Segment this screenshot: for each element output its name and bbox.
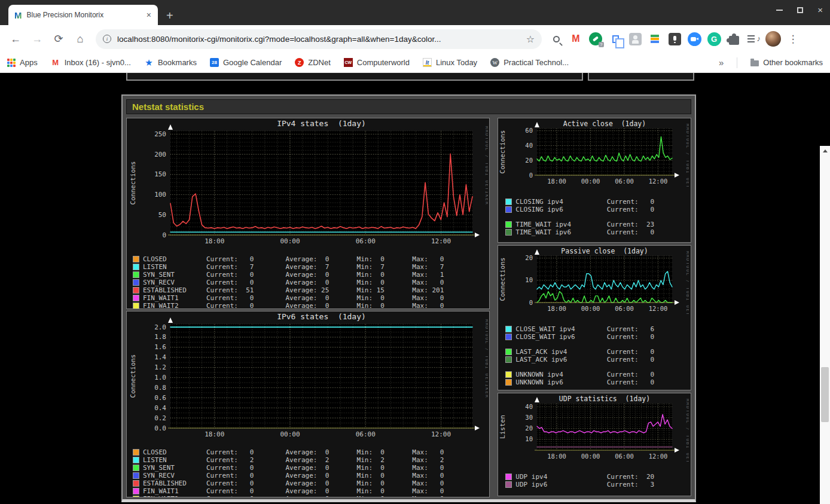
home-button[interactable]: ⌂ xyxy=(71,29,90,48)
svg-text:00:00: 00:00 xyxy=(581,178,600,185)
playlist-icon[interactable] xyxy=(745,30,762,47)
forward-button[interactable]: → xyxy=(28,29,47,48)
section-title: Netstat statistics xyxy=(126,99,691,114)
ipv6-states-legend: CLOSED Current: 0 Average: 0 Min: 0 Max:… xyxy=(127,442,489,497)
svg-text:150: 150 xyxy=(154,170,166,178)
reload-button[interactable]: ⟳ xyxy=(49,29,68,48)
bookmark-item-google-calendar[interactable]: 28Google Calendar xyxy=(210,58,282,67)
svg-text:20: 20 xyxy=(526,424,533,432)
bookmark-item-zdnet[interactable]: ZZDNet xyxy=(295,58,331,67)
svg-text:18:00: 18:00 xyxy=(205,237,224,245)
svg-text:IPv4 states (1day): IPv4 states (1day) xyxy=(277,119,366,128)
svg-text:2.0: 2.0 xyxy=(154,323,166,331)
legend-swatch-icon xyxy=(506,230,511,235)
ipv6-states-plot: 18:0000:0006:0012:000.00.20.40.60.81.01.… xyxy=(127,312,488,440)
legend-swatch-icon xyxy=(506,349,511,355)
zdnet-icon: Z xyxy=(295,58,304,67)
svg-text:100: 100 xyxy=(154,191,166,198)
voice-icon[interactable] xyxy=(587,30,604,47)
legend-row: UDP ipv4 Current: 20 xyxy=(506,473,690,481)
legend-row: CLOSE_WAIT ipv6 Current: 0 xyxy=(506,333,690,341)
extensions-puzzle-icon[interactable] xyxy=(725,30,742,47)
legend-row: LISTEN Current: 2 Average: 2 Min: 2 Max:… xyxy=(133,456,489,464)
legend-swatch-icon xyxy=(506,482,511,487)
other-bookmarks-button[interactable]: Other bookmarks xyxy=(750,58,823,67)
scrollbar-thumb[interactable] xyxy=(821,367,829,422)
previous-section-panel-edge xyxy=(126,73,583,81)
svg-text:Connections: Connections xyxy=(499,130,506,174)
bookmarks-overflow-chevron[interactable]: » xyxy=(719,57,724,68)
gmail-icon: M xyxy=(51,58,60,68)
svg-text:0.6: 0.6 xyxy=(154,394,166,402)
active-close-plot: 18:0000:0006:0012:000204060Active close … xyxy=(499,119,689,187)
new-tab-button[interactable]: + xyxy=(166,10,173,22)
window-maximize-button[interactable] xyxy=(797,7,803,13)
svg-text:1.8: 1.8 xyxy=(154,333,166,341)
legend-swatch-icon xyxy=(506,334,511,340)
svg-text:IPv6 states (1day): IPv6 states (1day) xyxy=(277,312,366,321)
zoom-meeting-icon[interactable] xyxy=(686,30,703,47)
chart-panel-udp-statistics[interactable]: 18:0000:0006:0012:0010203040UDP statisti… xyxy=(498,393,691,496)
computerworld-icon: CW xyxy=(344,58,353,67)
address-bar[interactable]: i localhost:8080/monitorix-cgi/monitorix… xyxy=(96,29,542,49)
legend-swatch-icon xyxy=(133,473,139,478)
reader-icon[interactable] xyxy=(666,30,683,47)
bookmark-item-apps[interactable]: Apps xyxy=(7,58,38,67)
window-minimize-button[interactable] xyxy=(776,10,783,11)
svg-text:06:00: 06:00 xyxy=(615,178,634,185)
bookmark-item-linux-today[interactable]: ltLinux Today xyxy=(423,58,477,67)
legend-row: FIN_WAIT2 Current: 0 Average: 0 Min: 0 M… xyxy=(133,302,489,309)
wordpress-icon: W xyxy=(490,58,499,67)
menu-kebab-icon[interactable]: ⋮ xyxy=(785,30,801,47)
legend-row: LAST_ACK ipv4 Current: 0 xyxy=(506,348,690,356)
legend-row: FIN_WAIT1 Current: 0 Average: 0 Min: 0 M… xyxy=(133,487,489,495)
legend-swatch-icon xyxy=(506,207,511,212)
bookmark-star-icon[interactable]: ☆ xyxy=(526,33,535,45)
legend-row: FIN_WAIT1 Current: 0 Average: 0 Min: 0 M… xyxy=(133,294,489,302)
gmail-icon[interactable]: M xyxy=(567,30,584,47)
svg-text:0.8: 0.8 xyxy=(154,384,166,392)
bookmark-item-practical-technol[interactable]: WPractical Technol... xyxy=(490,58,569,67)
legend-row: FIN_WAIT2 Current: 0 Average: 0 Min: 0 M… xyxy=(133,495,489,497)
tab-close-icon[interactable]: × xyxy=(145,10,153,20)
page-info-icon[interactable]: i xyxy=(103,35,111,43)
page-viewport: Netstat statistics 18:0000:0006:0012:000… xyxy=(0,73,830,504)
copy-docs-icon[interactable] xyxy=(607,30,624,47)
chart-panel-ipv4-states[interactable]: 18:0000:0006:0012:00050100150200250IPv4 … xyxy=(126,118,490,309)
bookmark-item-bookmarks[interactable]: ★Bookmarks xyxy=(144,58,197,68)
legend-row: SYN_RECV Current: 0 Average: 0 Min: 0 Ma… xyxy=(133,472,489,479)
chart-panel-active-close[interactable]: 18:0000:0006:0012:000204060Active close … xyxy=(498,118,691,243)
vertical-scrollbar[interactable] xyxy=(820,146,830,504)
svg-text:1.0: 1.0 xyxy=(154,374,166,381)
session-icon[interactable] xyxy=(627,30,643,47)
udp-statistics-legend: UDP ipv4 Current: 20UDP ipv6 Current: 3 xyxy=(499,465,690,488)
svg-text:00:00: 00:00 xyxy=(581,305,600,312)
svg-text:RRDTOOL / TOBI OETIKER: RRDTOOL / TOBI OETIKER xyxy=(484,319,488,398)
back-button[interactable]: ← xyxy=(6,29,25,48)
profile-avatar-icon[interactable] xyxy=(765,30,782,47)
scrollbar-up-arrow[interactable] xyxy=(820,146,830,155)
grammarly-icon[interactable]: G xyxy=(706,30,722,47)
legend-row: SYN_SENT Current: 0 Average: 0 Min: 0 Ma… xyxy=(133,271,489,279)
legend-swatch-icon xyxy=(133,295,139,301)
bookmark-item-computerworld[interactable]: CWComputerworld xyxy=(344,58,410,67)
search-icon[interactable] xyxy=(548,30,564,47)
svg-text:10: 10 xyxy=(526,435,533,442)
right-graph-column: 18:0000:0006:0012:000204060Active close … xyxy=(498,118,691,497)
svg-text:250: 250 xyxy=(154,130,166,138)
browser-tab[interactable]: M Blue Precision Monitorix × xyxy=(8,5,158,25)
svg-text:18:00: 18:00 xyxy=(548,453,567,460)
chart-panel-passive-close[interactable]: 18:0000:0006:0012:0001020Passive close (… xyxy=(498,245,691,390)
svg-text:0: 0 xyxy=(162,231,166,239)
browser-toolbar: ← → ⟳ ⌂ i localhost:8080/monitorix-cgi/m… xyxy=(0,25,830,53)
svg-text:RRDTOOL / TOBI OETIKER: RRDTOOL / TOBI OETIKER xyxy=(685,251,689,314)
books-icon[interactable] xyxy=(646,30,663,47)
svg-text:0.0: 0.0 xyxy=(154,424,166,432)
svg-text:20: 20 xyxy=(526,157,533,164)
chart-panel-ipv6-states[interactable]: 18:0000:0006:0012:000.00.20.40.60.81.01.… xyxy=(126,311,490,497)
bookmark-item-inbox-16-sjvn0[interactable]: MInbox (16) - sjvn0... xyxy=(51,58,131,68)
window-close-button[interactable]: × xyxy=(817,7,823,13)
legend-row: CLOSED Current: 0 Average: 0 Min: 0 Max:… xyxy=(133,255,489,263)
url-text[interactable]: localhost:8080/monitorix-cgi/monitorix.c… xyxy=(117,35,526,44)
passive-close-legend: CLOSE_WAIT ipv4 Current: 6CLOSE_WAIT ipv… xyxy=(499,317,690,386)
